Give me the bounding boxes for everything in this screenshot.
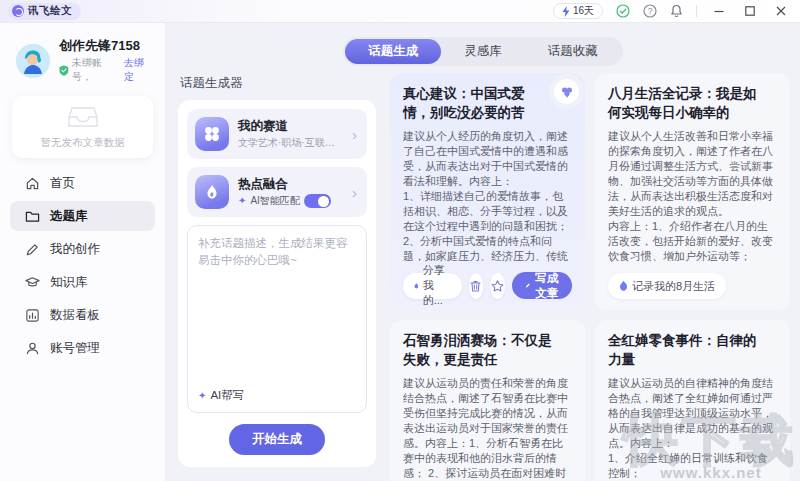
tab-group: 话题生成 灵感库 话题收藏 xyxy=(343,37,623,66)
shield-check-icon xyxy=(59,65,69,76)
topic-cards-grid: 真心建议：中国式爱情，别吃没必要的苦 建议从个人经历的角度切入，阐述了自己在中国… xyxy=(390,73,790,481)
user-profile[interactable]: 创作先锋7158 未绑账号，去绑定 xyxy=(0,23,165,94)
collect-corner-button[interactable] xyxy=(554,79,579,104)
topic-body: 建议从运动员的自律精神的角度结合热点，阐述了全红婵如何通过严格的自我管理达到顶级… xyxy=(608,376,777,481)
share-topic-button[interactable]: 分享我的... xyxy=(403,273,462,299)
home-icon xyxy=(25,176,40,191)
user-name: 创作先锋7158 xyxy=(59,37,153,54)
sidebar-item-my-creations[interactable]: 我的创作 xyxy=(10,234,155,264)
star-icon xyxy=(491,280,504,292)
track-title: 我的赛道 xyxy=(238,118,343,134)
tab-topic-generate[interactable]: 话题生成 xyxy=(345,39,441,64)
track-grid-icon xyxy=(195,117,229,151)
sparkle-icon: ✦ xyxy=(238,196,246,206)
folder-icon xyxy=(25,209,40,224)
ai-match-toggle[interactable] xyxy=(304,194,331,208)
empty-data-text: 暂无发布文章数据 xyxy=(12,136,153,150)
topic-card[interactable]: 全红婵零食事件：自律的力量 建议从运动员的自律精神的角度结合热点，阐述了全红婵如… xyxy=(595,320,790,481)
publish-stats-empty-card: 暂无发布文章数据 xyxy=(12,96,153,158)
topic-body: 建议从个人生活改善和日常小幸福的探索角度切入，阐述了作者在八月份通过调整生活方式… xyxy=(608,129,777,265)
trash-icon xyxy=(470,280,481,292)
sparkle-icon: ✦ xyxy=(198,391,206,401)
topic-card[interactable]: 石智勇泪洒赛场：不仅是失败，更是责任 建议从运动员的责任和荣誉的角度结合热点，阐… xyxy=(390,320,585,481)
sidebar-item-knowledge[interactable]: 知识库 xyxy=(10,267,155,297)
topic-card[interactable]: 真心建议：中国式爱情，别吃没必要的苦 建议从个人经历的角度切入，阐述了自己在中国… xyxy=(390,73,585,310)
ai-write-button[interactable]: ✦ AI帮写 xyxy=(188,388,366,412)
share-topic-button[interactable]: 记录我的8月生活 xyxy=(608,273,726,299)
maximize-button[interactable] xyxy=(741,5,759,17)
lightning-icon xyxy=(562,6,570,17)
sidebar-item-dashboard[interactable]: 数据看板 xyxy=(10,300,155,330)
topic-card[interactable]: 八月生活全记录：我是如何实现每日小确幸的 建议从个人生活改善和日常小幸福的探索角… xyxy=(595,73,790,310)
chevron-right-icon: › xyxy=(352,127,359,142)
flame-icon xyxy=(414,280,419,292)
trial-days-text: 16天 xyxy=(573,4,594,18)
write-article-button[interactable]: 写成文章 xyxy=(512,272,572,299)
favorite-topic-button[interactable] xyxy=(490,273,504,299)
topic-body: 建议从运动员的责任和荣誉的角度结合热点，阐述了石智勇在比赛中受伤但坚持完成比赛的… xyxy=(403,376,572,481)
app-logo-text: 讯飞绘文 xyxy=(28,4,72,18)
delete-topic-button[interactable] xyxy=(469,273,483,299)
sidebar-item-account[interactable]: 账号管理 xyxy=(10,333,155,363)
avatar xyxy=(16,44,50,78)
flame-icon xyxy=(195,175,229,209)
graduation-cap-icon xyxy=(25,275,40,290)
sidebar: 创作先锋7158 未绑账号，去绑定 暂无发布文章数据 首页 选题库 我的创作 知… xyxy=(0,23,166,481)
bar-chart-icon xyxy=(25,308,40,323)
titlebar: 讯飞绘文 16天 ? xyxy=(0,0,800,23)
sidebar-item-topics[interactable]: 选题库 xyxy=(10,201,155,231)
app-logo[interactable]: 讯飞绘文 xyxy=(8,3,81,20)
tab-inspiration[interactable]: 灵感库 xyxy=(441,39,525,64)
topic-title: 真心建议：中国式爱情，别吃没必要的苦 xyxy=(403,84,572,122)
trial-days-badge[interactable]: 16天 xyxy=(553,3,603,19)
pen-icon xyxy=(25,242,40,257)
generator-title: 话题生成器 xyxy=(180,75,376,92)
ai-match-label: AI智能匹配 xyxy=(250,194,299,208)
track-subtitle: 文学艺术·职场·互联网·娱乐休... xyxy=(238,136,343,150)
topic-body: 建议从个人经历的角度切入，阐述了自己在中国式爱情中的遭遇和感受，从而表达出对于中… xyxy=(403,129,572,264)
clover-icon xyxy=(560,85,574,99)
main-content: 话题生成 灵感库 话题收藏 话题生成器 我的赛道 文学艺术·职场·互联网·娱乐休… xyxy=(166,23,800,481)
topic-title: 石智勇泪洒赛场：不仅是失败，更是责任 xyxy=(403,331,572,369)
pen-icon xyxy=(525,280,531,291)
help-icon[interactable]: ? xyxy=(643,4,657,18)
svg-text:?: ? xyxy=(648,6,653,16)
app-logo-icon xyxy=(12,5,24,17)
sidebar-item-home[interactable]: 首页 xyxy=(10,168,155,198)
chevron-right-icon: › xyxy=(352,185,359,200)
start-generate-button[interactable]: 开始生成 xyxy=(229,424,325,455)
topic-description-input[interactable] xyxy=(188,226,366,388)
bind-status-text: 未绑账号， xyxy=(72,56,121,84)
topic-title: 八月生活全记录：我是如何实现每日小确幸的 xyxy=(608,84,777,122)
hotspot-fusion-option[interactable]: 热点融合 ✦ AI智能匹配 › xyxy=(187,167,367,217)
topic-generator-panel: 话题生成器 我的赛道 文学艺术·职场·互联网·娱乐休... › xyxy=(178,73,376,481)
empty-tray-icon xyxy=(68,105,98,129)
notification-bell-icon[interactable] xyxy=(670,4,683,18)
tab-topic-favorites[interactable]: 话题收藏 xyxy=(525,39,621,64)
flame-icon xyxy=(619,280,628,292)
topic-description-box: ✦ AI帮写 xyxy=(187,225,367,413)
sidebar-menu: 首页 选题库 我的创作 知识库 数据看板 账号管理 xyxy=(0,168,165,363)
bind-account-link[interactable]: 去绑定 xyxy=(124,56,153,84)
hotspot-title: 热点融合 xyxy=(238,176,343,192)
my-track-option[interactable]: 我的赛道 文学艺术·职场·互联网·娱乐休... › xyxy=(187,109,367,159)
topic-title: 全红婵零食事件：自律的力量 xyxy=(608,331,777,369)
security-check-icon[interactable] xyxy=(616,4,630,18)
close-button[interactable] xyxy=(772,5,790,17)
minimize-button[interactable] xyxy=(710,5,728,17)
person-icon xyxy=(25,341,40,356)
titlebar-divider xyxy=(696,5,697,17)
